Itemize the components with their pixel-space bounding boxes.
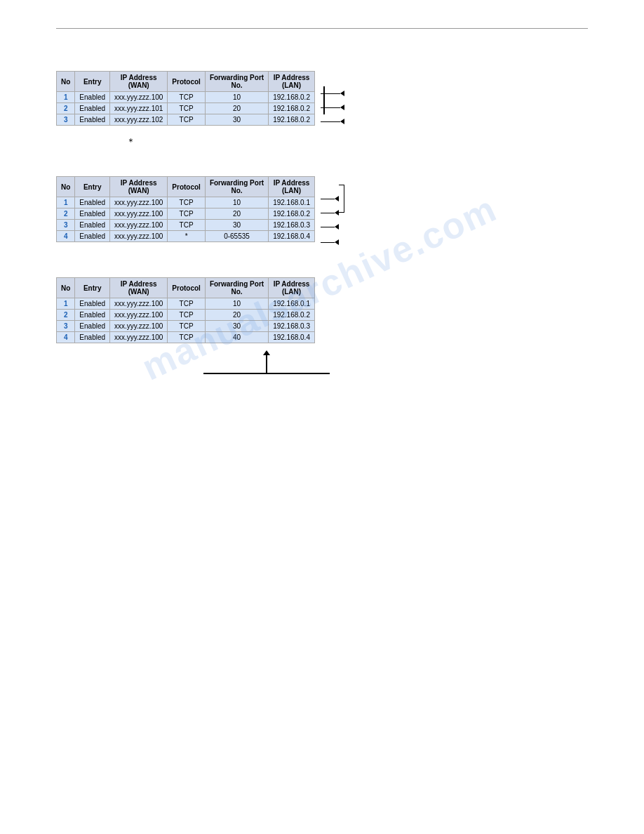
table-row: 2 Enabled xxx.yyy.zzz.101 TCP 20 192.168… — [57, 103, 315, 114]
col-protocol: Protocol — [168, 72, 206, 92]
cell-ip-wan: xxx.yyy.zzz.100 — [110, 92, 168, 103]
cell-port: 20 — [205, 208, 268, 220]
section3: No Entry IP Address(WAN) Protocol Forwar… — [56, 277, 588, 374]
cell-no: 1 — [57, 298, 75, 310]
page-container: No Entry IP Address(WAN) Protocol Forwar… — [0, 0, 644, 834]
cell-no: 3 — [57, 114, 75, 126]
cell-entry: Enabled — [75, 298, 110, 310]
cell-no: 2 — [57, 208, 75, 220]
section2-table: No Entry IP Address(WAN) Protocol Forwar… — [56, 176, 315, 242]
col-entry: Entry — [75, 177, 110, 197]
cell-protocol: TCP — [168, 103, 206, 114]
cell-ip-lan: 192.168.0.2 — [269, 310, 315, 321]
col-ip-wan: IP Address(WAN) — [110, 278, 168, 298]
cell-port: 20 — [205, 103, 268, 114]
cell-ip-lan: 192.168.0.2 — [269, 114, 315, 126]
cell-no: 2 — [57, 310, 75, 321]
cell-ip-wan: xxx.yyy.zzz.100 — [110, 197, 168, 208]
cell-ip-wan: xxx.yyy.zzz.100 — [110, 220, 168, 231]
cell-ip-lan: 192.168.0.1 — [269, 298, 315, 310]
cell-no: 4 — [57, 231, 75, 242]
col-port: Forwarding PortNo. — [205, 72, 268, 92]
cell-ip-lan: 192.168.0.2 — [269, 92, 315, 103]
col-no: No — [57, 177, 75, 197]
cell-ip-lan: 192.168.0.2 — [269, 208, 315, 220]
col-no: No — [57, 72, 75, 92]
cell-protocol: TCP — [168, 310, 206, 321]
cell-entry: Enabled — [75, 310, 110, 321]
section2-table-wrapper: No Entry IP Address(WAN) Protocol Forwar… — [56, 176, 588, 249]
cell-port: 10 — [205, 197, 268, 208]
cell-no: 1 — [57, 92, 75, 103]
cell-port: 10 — [205, 298, 268, 310]
cell-entry: Enabled — [75, 220, 110, 231]
cell-no: 1 — [57, 197, 75, 208]
cell-port: 10 — [205, 92, 268, 103]
section2: No Entry IP Address(WAN) Protocol Forwar… — [56, 176, 588, 249]
cell-protocol: TCP — [168, 321, 206, 332]
cell-protocol: TCP — [168, 197, 206, 208]
cell-ip-lan: 192.168.0.4 — [269, 332, 315, 343]
cell-ip-wan: xxx.yyy.zzz.101 — [110, 103, 168, 114]
section3-table-wrapper: No Entry IP Address(WAN) Protocol Forwar… — [56, 277, 315, 343]
table-row: 4 Enabled xxx.yyy.zzz.100 * 0-65535 192.… — [57, 231, 315, 242]
table-row: 4 Enabled xxx.yyy.zzz.100 TCP 40 192.168… — [57, 332, 315, 343]
col-ip-lan: IP Address(LAN) — [269, 72, 315, 92]
cell-ip-lan: 192.168.0.3 — [269, 220, 315, 231]
section1-table: No Entry IP Address(WAN) Protocol Forwar… — [56, 71, 315, 126]
col-protocol: Protocol — [168, 177, 206, 197]
cell-protocol: TCP — [168, 332, 206, 343]
col-entry: Entry — [75, 72, 110, 92]
cell-entry: Enabled — [75, 231, 110, 242]
cell-protocol: TCP — [168, 208, 206, 220]
col-port: Forwarding PortNo. — [205, 278, 268, 298]
cell-entry: Enabled — [75, 332, 110, 343]
col-protocol: Protocol — [168, 278, 206, 298]
col-port: Forwarding PortNo. — [205, 177, 268, 197]
col-ip-wan: IP Address(WAN) — [110, 177, 168, 197]
cell-no: 3 — [57, 321, 75, 332]
cell-entry: Enabled — [75, 208, 110, 220]
col-ip-lan: IP Address(LAN) — [269, 177, 315, 197]
cell-entry: Enabled — [75, 321, 110, 332]
cell-ip-lan: 192.168.0.1 — [269, 197, 315, 208]
cell-port: 30 — [205, 114, 268, 126]
cell-ip-wan: xxx.yyy.zzz.100 — [110, 332, 168, 343]
cell-ip-wan: xxx.yyy.zzz.100 — [110, 208, 168, 220]
cell-ip-wan: xxx.yyy.zzz.102 — [110, 114, 168, 126]
cell-port: 0-65535 — [205, 231, 268, 242]
table-row: 1 Enabled xxx.yyy.zzz.100 TCP 10 192.168… — [57, 92, 315, 103]
section1-note: ＊ — [126, 135, 588, 148]
cell-ip-lan: 192.168.0.4 — [269, 231, 315, 242]
cell-ip-wan: xxx.yyy.zzz.100 — [110, 321, 168, 332]
cell-port: 20 — [205, 310, 268, 321]
cell-entry: Enabled — [75, 197, 110, 208]
table-row: 3 Enabled xxx.yyy.zzz.100 TCP 30 192.168… — [57, 321, 315, 332]
top-divider — [56, 28, 588, 29]
cell-ip-wan: xxx.yyy.zzz.100 — [110, 298, 168, 310]
table-row: 1 Enabled xxx.yyy.zzz.100 TCP 10 192.168… — [57, 298, 315, 310]
cell-port: 30 — [205, 220, 268, 231]
cell-no: 4 — [57, 332, 75, 343]
section1: No Entry IP Address(WAN) Protocol Forwar… — [56, 71, 588, 148]
col-entry: Entry — [75, 278, 110, 298]
cell-ip-wan: xxx.yyy.zzz.100 — [110, 231, 168, 242]
section3-table: No Entry IP Address(WAN) Protocol Forwar… — [56, 277, 315, 343]
cell-entry: Enabled — [75, 103, 110, 114]
cell-ip-lan: 192.168.0.2 — [269, 103, 315, 114]
cell-entry: Enabled — [75, 114, 110, 126]
col-ip-lan: IP Address(LAN) — [269, 278, 315, 298]
table-row: 3 Enabled xxx.yyy.zzz.100 TCP 30 192.168… — [57, 220, 315, 231]
cell-ip-wan: xxx.yyy.zzz.100 — [110, 310, 168, 321]
table-row: 3 Enabled xxx.yyy.zzz.102 TCP 30 192.168… — [57, 114, 315, 126]
cell-protocol: TCP — [168, 298, 206, 310]
cell-protocol: TCP — [168, 220, 206, 231]
cell-no: 3 — [57, 220, 75, 231]
cell-ip-lan: 192.168.0.3 — [269, 321, 315, 332]
cell-protocol: TCP — [168, 92, 206, 103]
section1-table-wrapper: No Entry IP Address(WAN) Protocol Forwar… — [56, 71, 588, 128]
cell-protocol: * — [168, 231, 206, 242]
col-no: No — [57, 278, 75, 298]
table-row: 2 Enabled xxx.yyy.zzz.100 TCP 20 192.168… — [57, 310, 315, 321]
table-row: 2 Enabled xxx.yyy.zzz.100 TCP 20 192.168… — [57, 208, 315, 220]
